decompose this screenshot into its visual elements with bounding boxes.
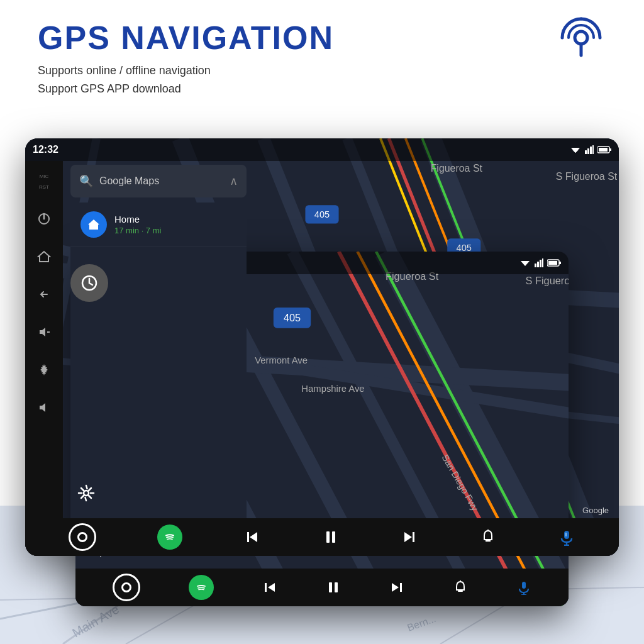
svg-text:S Figueroa St: S Figueroa St <box>556 171 618 182</box>
svg-rect-109 <box>523 582 524 588</box>
back-google-watermark: Google <box>582 506 609 515</box>
svg-rect-38 <box>590 147 592 154</box>
front-prev-button[interactable] <box>262 580 277 595</box>
front-bottom-bar <box>75 569 569 606</box>
front-pause-button[interactable] <box>326 580 341 595</box>
svg-rect-57 <box>332 531 335 543</box>
back-bottom-bar <box>25 518 619 556</box>
svg-marker-54 <box>250 532 257 542</box>
back-home-info: Home 17 min · 7 mi <box>114 214 161 235</box>
svg-text:Hampshire Ave: Hampshire Ave <box>301 384 364 394</box>
back-gear-icon[interactable] <box>70 477 102 509</box>
back-side-icons: MIC RST <box>25 161 63 556</box>
back-bell-button[interactable] <box>479 528 497 546</box>
svg-marker-45 <box>38 252 50 262</box>
svg-text:405: 405 <box>314 209 330 219</box>
back-prev-button[interactable] <box>243 528 261 546</box>
front-bell-button[interactable] <box>453 580 468 595</box>
back-pause-button[interactable] <box>322 528 340 546</box>
back-search-text: Google Maps <box>99 175 230 187</box>
home-dest-icon <box>80 211 107 238</box>
front-next-button[interactable] <box>389 580 404 595</box>
back-arrow-icon[interactable] <box>33 283 55 306</box>
svg-rect-90 <box>537 262 539 267</box>
status-icons <box>570 145 611 154</box>
svg-rect-95 <box>548 261 557 265</box>
back-history-icon[interactable] <box>70 264 108 302</box>
svg-rect-42 <box>599 148 608 152</box>
svg-text:Figueroa St: Figueroa St <box>431 163 483 174</box>
wifi-icon <box>570 145 581 154</box>
svg-rect-89 <box>535 264 536 267</box>
svg-rect-102 <box>329 582 332 592</box>
back-volume-icon[interactable] <box>33 396 55 419</box>
front-wifi-icon <box>519 258 531 267</box>
svg-rect-101 <box>265 583 267 592</box>
svg-rect-37 <box>587 148 589 154</box>
power-icon[interactable] <box>33 208 55 230</box>
front-spotify-button[interactable] <box>189 575 214 600</box>
svg-rect-103 <box>335 582 338 592</box>
back-home-name: Home <box>114 214 161 225</box>
front-mic-button[interactable] <box>516 580 531 595</box>
svg-rect-59 <box>413 532 414 542</box>
header-section: GPS NAVIGATION Supports online / offline… <box>38 19 606 98</box>
back-status-bar: 12:32 <box>25 138 619 161</box>
back-next-button[interactable] <box>401 528 418 546</box>
svg-marker-35 <box>572 150 579 153</box>
svg-text:Vermont Ave: Vermont Ave <box>255 355 308 365</box>
gps-signal-icon <box>556 13 606 63</box>
svg-marker-88 <box>521 261 530 266</box>
back-home-details: 17 min · 7 mi <box>114 226 161 235</box>
svg-rect-39 <box>592 145 594 154</box>
back-time: 12:32 <box>33 144 58 155</box>
svg-marker-46 <box>40 328 45 336</box>
svg-rect-94 <box>559 262 561 264</box>
svg-marker-100 <box>268 583 275 592</box>
front-battery-icon <box>547 258 561 267</box>
back-nav-panel: Home 17 min · 7 mi <box>70 203 247 518</box>
back-search-bar[interactable]: 🔍 Google Maps ∧ <box>70 165 247 197</box>
signal-icon <box>585 145 594 154</box>
svg-rect-105 <box>400 583 402 592</box>
subtitle: Supports online / offline navigation Sup… <box>38 62 606 98</box>
back-mic-button[interactable] <box>558 528 575 546</box>
svg-marker-49 <box>40 403 45 412</box>
svg-rect-66 <box>565 533 567 536</box>
search-icon: 🔍 <box>79 174 93 188</box>
back-home-item[interactable]: Home 17 min · 7 mi <box>70 203 247 247</box>
back-home-button[interactable] <box>69 523 96 551</box>
page-title: GPS NAVIGATION <box>38 19 606 57</box>
back-mic-label: MIC <box>40 174 49 179</box>
svg-marker-58 <box>404 532 412 542</box>
back-rst-label: RST <box>39 184 49 190</box>
front-home-button[interactable] <box>113 574 140 601</box>
front-status-icons <box>519 258 561 267</box>
back-settings-icon[interactable] <box>33 358 55 381</box>
volume-down-icon[interactable] <box>33 321 55 343</box>
svg-text:S Figueroa St: S Figueroa St <box>526 275 569 286</box>
devices-container: 405 405 Figueroa St S Figueroa St Vermon… <box>25 138 619 606</box>
front-signal-icon <box>535 258 543 267</box>
svg-marker-50 <box>88 219 99 230</box>
svg-point-52 <box>84 491 89 496</box>
svg-rect-41 <box>609 148 611 151</box>
svg-rect-56 <box>326 531 330 543</box>
home-icon[interactable] <box>33 245 55 268</box>
svg-marker-104 <box>392 583 399 592</box>
svg-text:405: 405 <box>284 312 301 323</box>
svg-point-0 <box>575 31 587 44</box>
back-spotify-button[interactable] <box>157 525 182 550</box>
svg-rect-92 <box>542 258 543 267</box>
svg-rect-91 <box>540 260 541 267</box>
battery-icon <box>597 145 611 154</box>
svg-rect-36 <box>585 150 587 154</box>
chevron-up-icon: ∧ <box>230 174 238 188</box>
svg-rect-55 <box>247 532 249 542</box>
